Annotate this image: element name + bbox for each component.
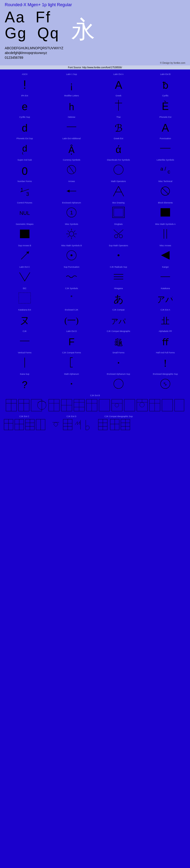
- glyph-thai: Thai ℬ: [95, 114, 142, 135]
- svg-line-46: [68, 230, 69, 232]
- svg-text:/: /: [164, 166, 166, 172]
- glyph-char-numberforms: 1 3: [15, 183, 34, 199]
- glyph-label-blockelements: Block Elements: [158, 202, 173, 204]
- glyph-label-boxdrawing: Box Drawing: [112, 202, 124, 204]
- glyph-label-miscmathb: Misc Math Symbols B: [61, 245, 82, 247]
- cjkextb-chars: [1, 397, 189, 413]
- glyph-latin1sup: Latin 1 Sup ¡: [48, 71, 95, 92]
- glyph-char-arrows: [62, 183, 81, 199]
- svg-text:ά: ά: [116, 144, 121, 155]
- glyph-char-latinexta: A: [109, 76, 128, 92]
- svg-text:e: e: [22, 101, 28, 112]
- glyph-kanasup: Kana Sup ?: [1, 370, 48, 392]
- glyph-char-greekext: ά: [109, 141, 128, 156]
- glyph-etc: EtC: [1, 285, 48, 306]
- cjkextd-label: CJK Ext D: [67, 415, 76, 417]
- svg-point-117: [140, 402, 144, 407]
- glyph-char-hiragana: あ: [109, 290, 128, 306]
- svg-text:!: !: [23, 78, 26, 90]
- glyph-enccjk: Enclosed CJK (一): [48, 306, 95, 328]
- glyph-currency: Currency Symbols: [48, 156, 95, 178]
- svg-line-29: [113, 186, 118, 196]
- glyph-char-thai: ℬ: [109, 119, 128, 134]
- glyph-label-supmathops: Sup Math Operators: [109, 245, 128, 247]
- glyph-char-kangxi: [156, 269, 175, 284]
- glyph-char-diacriticals: [109, 162, 128, 177]
- glyph-label-thai: Thai: [116, 116, 121, 119]
- glyph-char-latinextb: ƀ: [156, 76, 175, 92]
- glyph-verticalforms: Vertical Forms: [1, 349, 48, 370]
- glyph-char-misctech: [156, 183, 175, 199]
- glyph-geoshapes: Geometric Shapes: [1, 221, 48, 242]
- glyph-smallforms: Small Forms: [95, 349, 142, 370]
- svg-text:(一): (一): [64, 316, 79, 325]
- glyph-suparrowsb: Sup Arrows B: [1, 242, 48, 264]
- glyph-cjkcompatforms: CJK Compat Forms: [48, 349, 95, 370]
- glyph-char-latinextadd: Ậ: [62, 141, 81, 156]
- glyph-label-mathops: Math Operators: [111, 180, 126, 183]
- svg-text:🈀: 🈀: [164, 382, 167, 386]
- glyph-encideosup: Enclosed Ideographic Sup 🈀: [142, 370, 189, 392]
- glyph-char-supmathops: [109, 247, 128, 263]
- glyph-char-controlpics: NUL: [15, 205, 34, 220]
- svg-text:㐀: 㐀: [161, 316, 169, 326]
- glyph-greek: Greek: [95, 92, 142, 114]
- glyph-char-etc: [15, 290, 34, 306]
- svg-rect-103: [149, 399, 160, 411]
- glyph-label-ascii: ASCII: [22, 73, 28, 76]
- glyph-phoneticext: Phonetic Ext A: [142, 114, 189, 135]
- glyph-char-katakana: アパ: [156, 290, 175, 306]
- preview-row2: Gg Qq: [5, 25, 60, 41]
- glyph-punctuation: Punctuation: [142, 135, 189, 156]
- glyph-char-cjk: [15, 333, 34, 348]
- glyph-label-superandsub: Super And Sub: [17, 159, 32, 161]
- glyph-char-cjksymbols: [62, 290, 81, 306]
- digits: 0123456789: [5, 56, 185, 60]
- glyph-char-miscmatha: [156, 226, 175, 242]
- glyph-blockelements: Block Elements: [142, 199, 189, 221]
- svg-line-49: [68, 236, 69, 237]
- glyph-cyrillicsup: Cyrillic Sup d: [1, 114, 48, 135]
- alphabet-upper: ABCDEFGHIJKLMNOPQRSTUVWXYZ: [5, 46, 185, 51]
- glyph-halffull: Half And Full Forms ！: [142, 349, 189, 370]
- glyph-label-alphabeticpf: Alphabetic PF: [159, 330, 172, 333]
- glyph-char-cjkcompatideo: 龜: [109, 333, 128, 348]
- glyph-char-encalphanum: 1: [62, 205, 81, 220]
- glyph-char-verticalforms: [15, 354, 34, 370]
- glyph-boxdrawing: Box Drawing: [95, 199, 142, 221]
- bottom-row-group: CJK Ext C: [1, 414, 189, 433]
- glyph-label-misctech: Misc Technical: [158, 180, 172, 183]
- glyph-label-cjkradicalssup: CJK Radicals Sup: [110, 266, 127, 269]
- glyph-grid: ASCII ! Latin 1 Sup ¡ Latin Ext A A Lati…: [0, 69, 190, 393]
- glyph-label-halffull: Half And Full Forms: [156, 352, 175, 354]
- glyph-suppunctuation: Sup Punctuation: [48, 264, 95, 285]
- glyph-hebrew: Hebrew: [48, 114, 95, 135]
- glyph-diacriticals: Diacriticals For Symbols: [95, 156, 142, 178]
- glyph-label-verticalforms: Vertical Forms: [18, 352, 32, 354]
- glyph-char-miscmathb: [62, 247, 81, 263]
- svg-text:0: 0: [22, 165, 28, 176]
- svg-rect-37: [113, 207, 124, 218]
- svg-point-20: [114, 165, 123, 175]
- svg-text:A: A: [115, 79, 122, 90]
- svg-line-53: [114, 229, 120, 235]
- glyph-char-enccjk: (一): [62, 312, 81, 327]
- svg-point-68: [71, 296, 72, 297]
- glyph-phoneticextsup: Phonetic Ext Sup d: [1, 135, 48, 156]
- cjkextc-cell: CJK Ext C: [1, 414, 48, 433]
- glyph-label-cjk: CJK: [23, 330, 27, 333]
- glyph-alphabeticpf: Alphabetic PF ﬀ: [142, 328, 189, 349]
- glyph-latinextadd: Latin Ext Additional Ậ: [48, 135, 95, 156]
- svg-text:A: A: [162, 122, 169, 133]
- glyph-cjkradicalssup: CJK Radicals Sup: [95, 264, 142, 285]
- svg-text:c: c: [168, 169, 170, 175]
- svg-text:È: È: [162, 100, 169, 112]
- glyph-label-kangxi: Kangxi: [162, 266, 168, 269]
- glyph-char-dingbats: [109, 226, 128, 242]
- glyph-label-phoneticextsup: Phonetic Ext Sup: [16, 137, 33, 140]
- glyph-label-greek: Greek: [115, 95, 121, 97]
- glyph-char-encideosup: 🈀: [156, 376, 175, 392]
- svg-line-30: [118, 186, 124, 196]
- glyph-label-geoshapes: Geometric Shapes: [16, 223, 34, 225]
- svg-rect-38: [114, 208, 123, 217]
